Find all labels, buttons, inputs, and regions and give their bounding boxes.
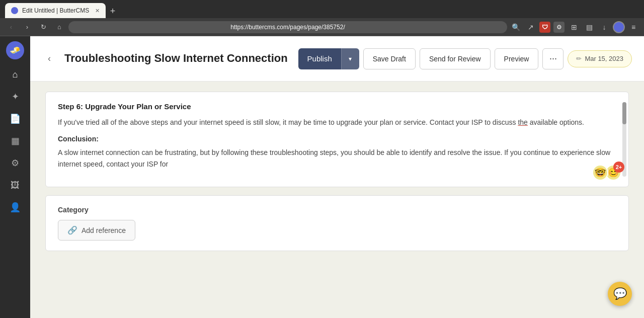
sidebar-item-home[interactable]: ⌂ <box>6 65 24 84</box>
conclusion-heading: Conclusion: <box>58 135 616 143</box>
app-layout: 🧈 ⌂ ✦ 📄 ▦ ⚙ 🖼 👤 ‹ Troubleshooting Slow I… <box>0 36 644 318</box>
publish-button-group: Publish ▾ <box>298 48 359 69</box>
content-area: ‹ Troubleshooting Slow Internet Connecti… <box>30 36 644 318</box>
sidebar-item-users[interactable]: 👤 <box>6 198 24 216</box>
tab-close-icon[interactable]: ✕ <box>95 8 100 14</box>
security-shield-icon: 🛡 <box>539 22 550 33</box>
text-content-card: Step 6: Upgrade Your Plan or Service If … <box>45 92 629 187</box>
sidebar-item-media[interactable]: ▦ <box>6 132 24 150</box>
link-icon: 🔗 <box>67 225 77 235</box>
chevron-down-icon: ▾ <box>349 55 352 62</box>
more-options-button[interactable]: ··· <box>542 48 564 69</box>
tab-bar: Edit Untitled | ButterCMS ✕ + <box>0 0 644 18</box>
emoji-avatars: 🤓 😊 2+ <box>592 165 621 181</box>
profile-avatar[interactable] <box>613 21 625 33</box>
sidebar-item-pages[interactable]: 📄 <box>6 110 24 128</box>
page-title: Troubleshooting Slow Internet Connection <box>64 51 290 66</box>
sidebar-item-blog[interactable]: ✦ <box>6 88 24 106</box>
editor-area: Step 6: Upgrade Your Plan or Service If … <box>30 82 644 318</box>
body-paragraph-2: A slow internet connection can be frustr… <box>58 147 616 170</box>
body-paragraph-1: If you've tried all of the above steps a… <box>58 117 616 128</box>
publish-dropdown-button[interactable]: ▾ <box>341 48 359 69</box>
extensions-icon-btn[interactable]: ⚙ <box>552 21 566 34</box>
sidebar-item-images[interactable]: 🖼 <box>6 176 24 194</box>
tab-title: Edit Untitled | ButterCMS <box>22 7 89 14</box>
category-section: Category 🔗 Add reference <box>45 195 629 251</box>
bookmarks-icon-btn[interactable]: ⊞ <box>568 21 581 34</box>
menu-icon-btn[interactable]: ≡ <box>627 21 640 34</box>
date-button[interactable]: ✏ Mar 15, 2023 <box>568 50 632 67</box>
forward-button[interactable]: › <box>20 20 34 34</box>
navigation-bar: ‹ › ↻ ⌂ 🔍 ↗ 🛡 ⚙ ⊞ ▤ ↓ ≡ <box>0 18 644 36</box>
share-icon-btn[interactable]: ↗ <box>524 21 537 34</box>
browser-chrome: Edit Untitled | ButterCMS ✕ + ‹ › ↻ ⌂ 🔍 … <box>0 0 644 36</box>
address-bar[interactable] <box>68 21 507 33</box>
preview-button[interactable]: Preview <box>495 48 539 69</box>
chat-icon: 💬 <box>613 287 627 300</box>
nav-right-icons: 🔍 ↗ 🛡 ⚙ ⊞ ▤ ↓ ≡ <box>509 21 640 34</box>
paragraph1-end-text: available options. <box>528 118 584 126</box>
header-actions: Publish ▾ Save Draft Send for Review Pre… <box>298 48 632 69</box>
save-draft-button[interactable]: Save Draft <box>363 48 416 69</box>
notification-badge: 2+ <box>613 162 624 173</box>
tab-favicon <box>11 7 18 14</box>
sidebar-toggle-btn[interactable]: ▤ <box>583 21 596 34</box>
page-header: ‹ Troubleshooting Slow Internet Connecti… <box>30 36 644 82</box>
sidebar-item-integrations[interactable]: ⚙ <box>6 154 24 172</box>
publish-main-button[interactable]: Publish <box>298 48 341 69</box>
date-label: Mar 15, 2023 <box>585 55 623 62</box>
emoji-container: 🤓 😊 2+ <box>592 165 621 181</box>
add-reference-button[interactable]: 🔗 Add reference <box>58 220 135 241</box>
category-label: Category <box>58 206 616 214</box>
scrollbar-thumb <box>622 102 626 124</box>
step-heading: Step 6: Upgrade Your Plan or Service <box>58 102 616 111</box>
search-icon-btn[interactable]: 🔍 <box>509 21 522 34</box>
extensions-puzzle-icon: ⚙ <box>553 22 565 33</box>
refresh-button[interactable]: ↻ <box>36 20 50 34</box>
back-nav-button[interactable]: ‹ <box>42 52 56 66</box>
active-tab[interactable]: Edit Untitled | ButterCMS ✕ <box>5 3 106 18</box>
pencil-icon: ✏ <box>576 55 582 62</box>
home-button[interactable]: ⌂ <box>52 20 66 34</box>
chat-widget[interactable]: 💬 <box>608 282 632 306</box>
paragraph1-text: If you've tried all of the above steps a… <box>58 118 518 126</box>
downloads-icon-btn[interactable]: ↓ <box>598 21 611 34</box>
underlined-word: the <box>518 118 527 126</box>
emoji-avatar-glasses: 🤓 <box>592 165 608 181</box>
new-tab-button[interactable]: + <box>106 4 120 18</box>
send-review-button[interactable]: Send for Review <box>420 48 491 69</box>
add-reference-label: Add reference <box>82 226 126 234</box>
sidebar: 🧈 ⌂ ✦ 📄 ▦ ⚙ 🖼 👤 <box>0 36 30 318</box>
sidebar-logo: 🧈 <box>6 41 24 59</box>
main-content: Step 6: Upgrade Your Plan or Service If … <box>30 82 644 318</box>
back-button[interactable]: ‹ <box>4 20 18 34</box>
